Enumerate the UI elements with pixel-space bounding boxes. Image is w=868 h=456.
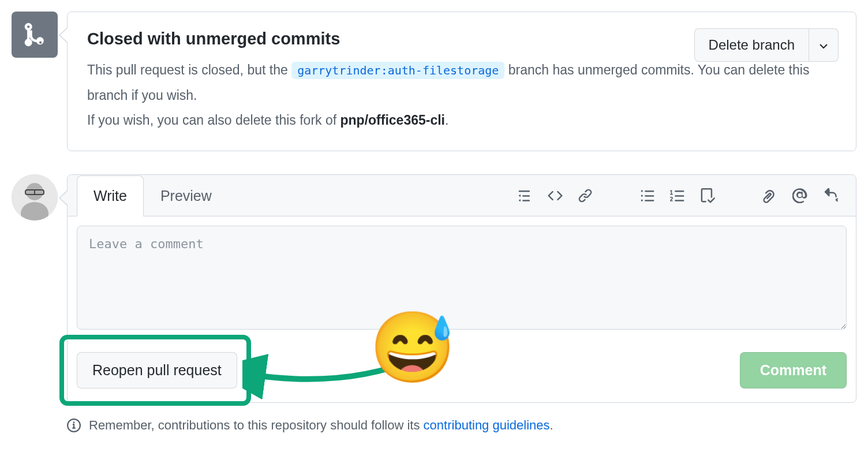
merge-status-row: Delete branch Closed with unmerged commi…: [12, 12, 856, 151]
merge-text-segment: .: [445, 113, 448, 128]
tab-write[interactable]: Write: [77, 175, 144, 216]
merge-status-text: This pull request is closed, but the gar…: [87, 58, 836, 133]
merge-status-panel: Delete branch Closed with unmerged commi…: [67, 12, 856, 151]
merge-text-segment: If you wish, you can also delete this fo…: [87, 113, 341, 128]
merge-status-icon: [12, 12, 58, 58]
reply-icon[interactable]: [822, 188, 840, 203]
reopen-pull-request-button[interactable]: Reopen pull request: [77, 352, 237, 388]
comment-box: Write Preview: [67, 174, 856, 403]
contributing-note: Remember, contributions to this reposito…: [67, 418, 856, 433]
mention-icon[interactable]: [792, 188, 807, 203]
comment-textarea[interactable]: [77, 226, 847, 330]
fork-repo-name: pnp/office365-cli: [341, 113, 445, 128]
avatar[interactable]: [12, 174, 58, 220]
caret-down-icon: [820, 44, 828, 50]
delete-branch-caret[interactable]: [809, 28, 839, 62]
git-merge-icon: [21, 21, 48, 48]
comment-row: Write Preview: [12, 174, 856, 403]
attachment-icon[interactable]: [762, 188, 777, 203]
comment-tab-bar: Write Preview: [68, 175, 856, 216]
task-list-icon[interactable]: [700, 188, 715, 203]
comment-button[interactable]: Comment: [740, 352, 847, 388]
comment-body: [68, 216, 856, 341]
avatar-image: [12, 174, 58, 220]
merge-text-segment: This pull request is closed, but the: [87, 62, 291, 77]
info-icon: [67, 418, 81, 432]
footer-text: Remember, contributions to this reposito…: [89, 418, 424, 432]
footer-text: .: [550, 418, 553, 432]
contributing-guidelines-link[interactable]: contributing guidelines: [424, 418, 550, 432]
branch-name-label: garrytrinder:auth-filestorage: [291, 62, 504, 79]
link-icon[interactable]: [578, 188, 593, 203]
markdown-toolbar: [518, 188, 847, 203]
comment-actions: Reopen pull request Comment: [68, 341, 856, 402]
bullet-list-icon[interactable]: [640, 188, 655, 203]
quote-icon[interactable]: [518, 188, 533, 203]
code-icon[interactable]: [548, 188, 563, 203]
comment-tabs: Write Preview: [77, 175, 229, 216]
numbered-list-icon[interactable]: [670, 188, 685, 203]
delete-branch-button[interactable]: Delete branch: [694, 28, 809, 62]
tab-preview[interactable]: Preview: [144, 175, 229, 216]
delete-branch-group: Delete branch: [694, 28, 839, 62]
